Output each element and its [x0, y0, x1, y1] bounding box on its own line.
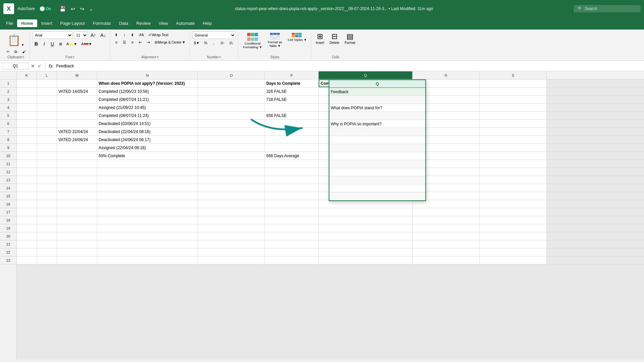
q-cell-1[interactable]: Feedback — [329, 88, 425, 96]
cell-s1[interactable] — [480, 79, 547, 87]
format-table-button[interactable]: Format asTable ▼ — [266, 32, 284, 49]
cell-m8[interactable]: VATED 24/06/24 — [57, 136, 97, 143]
increase-font-button[interactable]: A↑ — [89, 32, 98, 39]
cell-n4[interactable]: Assigned (21/09/22 10:45) — [97, 104, 198, 111]
cell-n7[interactable]: Deactivated (22/04/24 08:16) — [97, 128, 198, 135]
row-header-4[interactable]: 4 — [0, 104, 16, 112]
cell-s7[interactable] — [480, 128, 547, 135]
cell-l2[interactable] — [37, 87, 57, 95]
cell-m9[interactable] — [57, 144, 97, 152]
font-expand-icon[interactable]: ⎘ — [73, 56, 74, 59]
cell-m3[interactable] — [57, 96, 97, 103]
increase-indent-button[interactable]: ⇥ — [145, 39, 152, 46]
merge-center-button[interactable]: ⊟ Merge & Center ▼ — [153, 39, 187, 46]
delete-cells-button[interactable]: ⊟ Delete — [328, 32, 341, 46]
align-left-button[interactable]: ≡ — [113, 39, 120, 46]
redo-button[interactable]: ↪ — [78, 4, 86, 13]
border-button[interactable]: ⊞ — [57, 41, 64, 47]
col-header-extra2[interactable]: L — [37, 71, 57, 79]
autosave-toggle[interactable]: On — [37, 5, 54, 12]
cell-k2[interactable] — [17, 87, 37, 95]
row-header-23[interactable]: 23 — [0, 256, 16, 264]
q-cell-9[interactable] — [329, 152, 425, 160]
row-header-11[interactable]: 11 — [0, 160, 16, 168]
row-header-15[interactable]: 15 — [0, 192, 16, 200]
row-header-20[interactable]: 20 — [0, 232, 16, 240]
row-header-3[interactable]: 3 — [0, 96, 16, 104]
number-expand-icon[interactable]: ⎘ — [219, 56, 221, 59]
row-header-10[interactable]: 10 — [0, 152, 16, 160]
cell-n1[interactable]: When does POPIA not apply? (Version: 202… — [97, 79, 198, 87]
formula-input[interactable] — [55, 64, 642, 68]
cell-m7[interactable]: VATED 22/04/24 — [57, 128, 97, 135]
menu-help[interactable]: Help — [199, 19, 216, 27]
cell-o10[interactable] — [198, 152, 265, 160]
decrease-decimal-button[interactable]: .0↓ — [227, 40, 235, 46]
dropdown-button[interactable]: ⌄ — [88, 4, 95, 13]
col-header-p[interactable]: P — [265, 71, 319, 79]
row-header-17[interactable]: 17 — [0, 208, 16, 216]
row-header-1[interactable]: 1 — [0, 79, 16, 87]
cell-n6[interactable]: Deactivated (03/06/24 14:51) — [97, 120, 198, 127]
cell-o1[interactable] — [198, 79, 265, 87]
cell-p10[interactable]: 566 Days Average — [265, 152, 319, 160]
q-cell-6[interactable] — [329, 128, 425, 136]
dollar-format-button[interactable]: $▼ — [192, 40, 201, 46]
menu-formulas[interactable]: Formulas — [89, 19, 115, 27]
menu-view[interactable]: View — [155, 19, 172, 27]
cell-o5[interactable] — [198, 112, 265, 119]
bold-button[interactable]: B — [33, 40, 40, 48]
q-cell-13[interactable] — [329, 184, 425, 192]
cell-m1[interactable] — [57, 79, 97, 87]
cell-m5[interactable] — [57, 112, 97, 119]
cell-p1[interactable]: Days to Complete — [265, 79, 319, 87]
cell-o9[interactable] — [198, 144, 265, 152]
cell-p9[interactable] — [265, 144, 319, 152]
align-middle-button[interactable]: ↕ — [121, 32, 128, 38]
row-header-9[interactable]: 9 — [0, 144, 16, 152]
cut-button[interactable]: ✂ — [4, 48, 11, 55]
cell-p6[interactable] — [265, 120, 319, 127]
col-header-s[interactable]: S — [480, 71, 547, 79]
menu-page-layout[interactable]: Page Layout — [56, 19, 89, 27]
cell-s4[interactable] — [480, 104, 547, 111]
row-header-8[interactable]: 8 — [0, 136, 16, 144]
cell-s10[interactable] — [480, 152, 547, 160]
cell-s2[interactable] — [480, 87, 547, 95]
q-cell-3[interactable]: What does POPIA stand for? — [329, 104, 425, 112]
clipboard-expand-icon[interactable]: ⎘ — [22, 56, 24, 59]
cell-o2[interactable] — [198, 87, 265, 95]
cell-p4[interactable] — [265, 104, 319, 111]
font-family-select[interactable]: Arial — [33, 32, 73, 39]
align-right-button[interactable]: ≡ — [129, 39, 136, 46]
align-center-button[interactable]: ☰ — [121, 39, 128, 46]
row-header-7[interactable]: 7 — [0, 128, 16, 136]
row-header-16[interactable]: 16 — [0, 200, 16, 208]
paste-button[interactable]: 📋 ▼ — [6, 32, 25, 48]
cell-k3[interactable] — [17, 96, 37, 103]
cell-o3[interactable] — [198, 96, 265, 103]
row-header-22[interactable]: 22 — [0, 248, 16, 256]
cell-styles-button[interactable]: Cell Styles ▼ — [286, 32, 309, 43]
menu-review[interactable]: Review — [132, 19, 155, 27]
q-cell-4[interactable] — [329, 112, 425, 120]
cell-o8[interactable] — [198, 136, 265, 143]
format-painter-button[interactable]: 🖌 — [20, 48, 28, 55]
col-header-o[interactable]: O — [198, 71, 265, 79]
cell-l1[interactable] — [37, 79, 57, 87]
menu-automate[interactable]: Automate — [172, 19, 199, 27]
row-header-5[interactable]: 5 — [0, 112, 16, 120]
conditional-formatting-button[interactable]: ConditionalFormatting ▼ — [241, 32, 264, 50]
cell-m6[interactable] — [57, 120, 97, 127]
col-header-q[interactable]: Q — [319, 71, 413, 79]
row-header-12[interactable]: 12 — [0, 168, 16, 176]
cell-o7[interactable] — [198, 128, 265, 135]
cell-s6[interactable] — [480, 120, 547, 127]
align-top-button[interactable]: ⬆ — [113, 32, 120, 38]
alignment-expand-icon[interactable]: ⎘ — [157, 56, 159, 59]
cell-m2[interactable]: VATED 14/05/24 — [57, 87, 97, 95]
cell-s9[interactable] — [480, 144, 547, 152]
number-format-select[interactable]: General — [192, 32, 236, 39]
q-cell-5[interactable]: Why is POPIA so important? — [329, 120, 425, 128]
cell-p5[interactable]: 656 FALSE — [265, 112, 319, 119]
